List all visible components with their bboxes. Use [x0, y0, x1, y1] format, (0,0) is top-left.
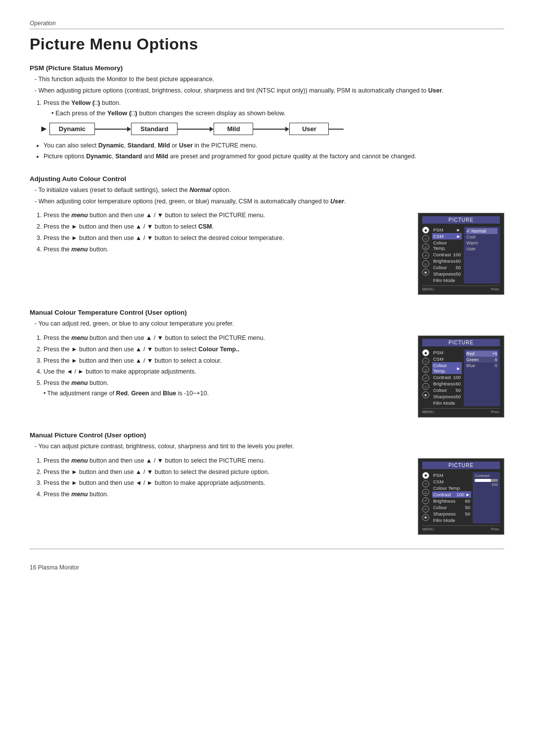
flow-user: User	[289, 123, 329, 135]
auto-colour-steps: Press the menu button and then use ▲ / ▼…	[44, 211, 408, 254]
s3-row-colour: Colour50	[432, 504, 471, 511]
screenshot3-menu: PSM CSM Colour Temp. Contrast100 ► Brigh…	[432, 472, 471, 523]
psm-step-1: Press the Yellow (□) button.	[44, 98, 504, 108]
icon2-2: ○	[422, 358, 429, 365]
screenshot2-menu: PSM CSM Colour Temp.► Contrast100 Bright…	[432, 349, 462, 406]
manual-picture-bullet: You can adjust picture contrast, brightn…	[35, 442, 504, 451]
auto-colour-content: Press the menu button and then use ▲ / ▼…	[30, 208, 504, 295]
manual-picture-steps-content: Press the menu button and then use ▲ / ▼…	[30, 453, 408, 501]
mc-step-2: Press the ► button and then use ▲ / ▼ bu…	[44, 345, 408, 354]
s1-sub-cool: Cool	[466, 234, 497, 240]
s3-row-colourtemp: Colour Temp.	[432, 485, 471, 491]
flow-standard: Standard	[131, 123, 178, 135]
manual-picture-section: Manual Picture Control (User option) You…	[30, 431, 504, 535]
icon2-5: ☼	[422, 383, 429, 390]
auto-colour-step-3: Press the ► button and then use ▲ / ▼ bu…	[44, 234, 408, 243]
s3-row-contrast: Contrast100 ►	[432, 491, 471, 498]
auto-colour-bullet-2: When adjusting color temperature options…	[35, 197, 504, 206]
s2-row-sharpness: Sharpness50	[432, 393, 462, 400]
s2-sub-blue: Blue-5	[466, 363, 497, 369]
psm-note-1: You can also select Dynamic, Standard, M…	[44, 141, 504, 150]
s2-row-csm: CSM	[432, 356, 462, 362]
screenshot1-header: PICTURE	[422, 216, 500, 224]
s1-sub-user: User	[466, 246, 497, 252]
icon-2: ○	[422, 235, 429, 242]
auto-colour-bullet-1: To initialize values (reset to default s…	[35, 186, 504, 195]
mc-step-1: Press the menu button and then use ▲ / ▼…	[44, 333, 408, 343]
s1-row-colour: Colour50	[432, 264, 462, 271]
s3-row-filmmode: Film Mode	[432, 517, 471, 523]
s2-footer-prev: Prev.	[491, 410, 500, 414]
mc-step-3: Press the ► button and then use ▲ / ▼ bu…	[44, 356, 408, 366]
s2-sub-red: Red+5	[466, 351, 497, 357]
flow-arrow-2	[178, 127, 214, 132]
s3-footer-menu: MENU	[422, 527, 434, 531]
s1-row-contrast: Contrast100	[432, 251, 462, 258]
bottom-divider	[30, 549, 504, 549]
s3-slider-label: Contrast	[475, 473, 498, 478]
psm-steps: Press the Yellow (□) button.	[44, 98, 504, 108]
manual-picture-content: Press the menu button and then use ▲ / ▼…	[30, 453, 504, 535]
s1-sub-warm: Warm	[466, 240, 497, 246]
icon2-6: ■	[422, 391, 429, 398]
psm-note-2: Picture options Dynamic, Standard and Mi…	[44, 152, 504, 161]
flow-dynamic: Dynamic	[49, 123, 95, 135]
auto-colour-step-1: Press the menu button and then use ▲ / ▼…	[44, 211, 408, 220]
s1-sub-normal: ✓ Normal	[466, 228, 497, 234]
auto-colour-step-2: Press the ► button and then use ▲ / ▼ bu…	[44, 222, 408, 232]
manual-colour-section: Manual Colour Temperature Control (User …	[30, 309, 504, 418]
icon-1: ◆	[422, 227, 429, 234]
operation-label: Operation	[30, 20, 504, 27]
icon3-5: ☼	[422, 506, 429, 513]
mp-step-1: Press the menu button and then use ▲ / ▼…	[44, 456, 408, 466]
icon-5: ☼	[422, 260, 429, 267]
flow-arrow-3	[253, 127, 289, 132]
page-footer: 16 Plasma Monitor	[30, 564, 504, 571]
icon3-6: ■	[422, 514, 429, 521]
auto-colour-step-4: Press the menu button.	[44, 245, 408, 254]
mc-note: • The adjustment range of Red, Green and…	[44, 390, 408, 397]
mp-step-3: Press the ► button and then use ◄ / ► bu…	[44, 478, 408, 488]
auto-colour-screenshot: PICTURE ◆ ○ △ ✓ ☼ ■ PSM► CSM► Colour Tem…	[418, 213, 504, 295]
icon3-2: ○	[422, 480, 429, 487]
s2-row-colour: Colour50	[432, 387, 462, 393]
screenshot1-sub: ✓ Normal Cool Warm User	[464, 227, 500, 284]
s2-sub-green: Green0	[466, 357, 497, 363]
auto-colour-title: Adjusting Auto Colour Control	[30, 175, 504, 183]
manual-colour-steps: Press the menu button and then use ▲ / ▼…	[44, 333, 408, 388]
s1-row-psm: PSM►	[432, 227, 462, 233]
psm-flow-diagram: ► Dynamic Standard Mild User	[40, 123, 504, 135]
psm-step-1b: • Each press of the Yellow (□) button ch…	[51, 109, 504, 117]
s3-row-sharpness: Sharpness50	[432, 511, 471, 517]
icon-6: ■	[422, 269, 429, 276]
flow-arrow-4	[329, 129, 344, 130]
screenshot1-menu: PSM► CSM► Colour Temp. Contrast100 Brigh…	[432, 227, 462, 284]
s1-row-sharpness: Sharpness50	[432, 271, 462, 277]
manual-colour-content: Press the menu button and then use ▲ / ▼…	[30, 331, 504, 418]
screenshot2-sub: Red+5 Green0 Blue-5	[464, 349, 500, 406]
icon-3: △	[422, 243, 429, 250]
screenshot3-main: ◆ ○ △ ✓ ☼ ■ PSM CSM Colour Temp. Contras…	[422, 472, 500, 523]
s3-slider-value: 100	[475, 482, 498, 487]
s2-row-colourtemp: Colour Temp.►	[432, 362, 462, 374]
s2-footer-menu: MENU	[422, 410, 434, 414]
s2-row-filmmode: Film Mode	[432, 400, 462, 406]
mp-step-4: Press the menu button.	[44, 490, 408, 499]
flow-arrow-1	[95, 127, 131, 132]
screenshot1-main: ◆ ○ △ ✓ ☼ ■ PSM► CSM► Colour Temp. Contr…	[422, 227, 500, 284]
manual-colour-bullet: You can adjust red, green, or blue to an…	[35, 319, 504, 329]
footer-page-number: 16 Plasma Monitor	[30, 564, 79, 571]
icon2-1: ◆	[422, 349, 429, 356]
screenshot3-icons: ◆ ○ △ ✓ ☼ ■	[422, 472, 429, 523]
s1-row-brightness: Brightness60	[432, 258, 462, 264]
screenshot3-footer: MENU Prev.	[422, 525, 500, 531]
screenshot2-header: PICTURE	[422, 339, 500, 346]
icon2-4: ✓	[422, 375, 429, 381]
screenshot2-main: ◆ ○ △ ✓ ☼ ■ PSM CSM Colour Temp.► Contra…	[422, 349, 500, 406]
mc-step-5: Press the menu button.	[44, 378, 408, 388]
screenshot2-icons: ◆ ○ △ ✓ ☼ ■	[422, 349, 429, 406]
s3-slider-fill	[475, 479, 491, 482]
screenshot1-footer: MENU Prev.	[422, 285, 500, 291]
auto-colour-section: Adjusting Auto Colour Control To initial…	[30, 175, 504, 295]
manual-colour-screenshot: PICTURE ◆ ○ △ ✓ ☼ ■ PSM CSM Colour Temp.…	[418, 335, 504, 418]
